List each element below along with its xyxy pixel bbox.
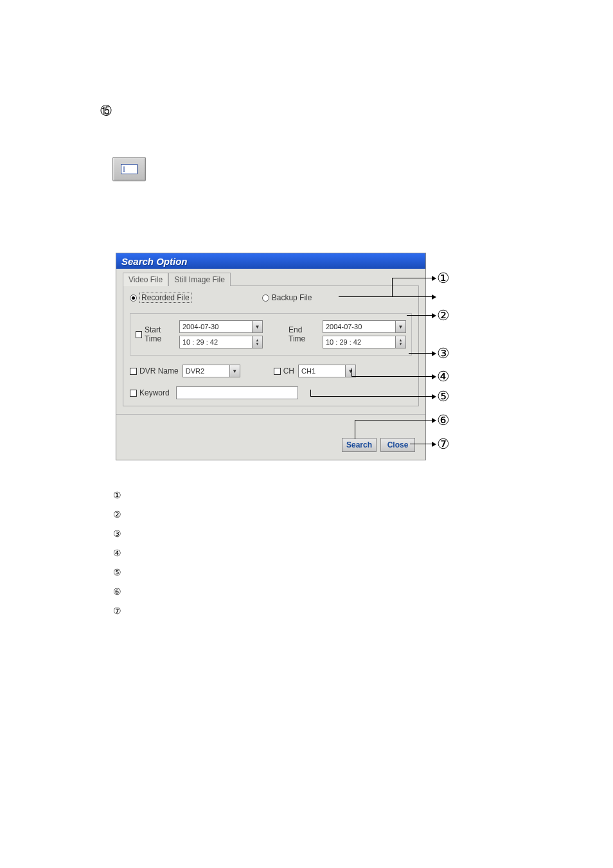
keyword-label: Keyword bbox=[139, 388, 170, 397]
spinner-arrows-icon: ▲▼ bbox=[252, 336, 262, 348]
start-time-checkbox[interactable]: Start Time bbox=[136, 325, 175, 343]
chevron-down-icon: ▼ bbox=[395, 321, 405, 332]
leader-line bbox=[392, 278, 432, 278]
ch-combo[interactable]: CH1 ▼ bbox=[298, 365, 356, 377]
legend-list: ① ② ③ ④ ⑤ ⑥ ⑦ bbox=[113, 485, 121, 620]
spinner-arrows-icon: ▲▼ bbox=[395, 336, 405, 348]
leader-line bbox=[355, 420, 432, 420]
radio-backup-label: Backup File bbox=[272, 293, 312, 302]
radio-icon bbox=[262, 294, 269, 302]
callout-7: ⑦ bbox=[437, 436, 450, 453]
leader-line bbox=[410, 444, 432, 444]
radio-icon bbox=[130, 294, 137, 302]
end-time-spinner[interactable]: 10 : 29 : 42 ▲▼ bbox=[323, 336, 406, 348]
checkbox-icon bbox=[130, 368, 137, 375]
leader-line bbox=[409, 353, 432, 354]
dialog-title: Search Option bbox=[116, 253, 425, 269]
legend-item: ③ bbox=[113, 524, 121, 543]
callout-1: ① bbox=[437, 270, 450, 287]
close-button[interactable]: Close bbox=[380, 438, 415, 452]
leader-line bbox=[310, 390, 311, 396]
page-marker: ⑮ bbox=[100, 103, 112, 118]
callout-3: ③ bbox=[437, 345, 450, 362]
legend-item: ⑦ bbox=[113, 601, 121, 620]
leader-line bbox=[351, 368, 352, 376]
radio-recorded-file[interactable]: Recorded File bbox=[130, 293, 191, 303]
dvr-name-combo[interactable]: DVR2 ▼ bbox=[182, 365, 240, 377]
callout-6: ⑥ bbox=[437, 412, 450, 429]
callout-5: ⑤ bbox=[437, 388, 450, 405]
checkbox-icon bbox=[274, 368, 281, 375]
leader-line bbox=[407, 315, 432, 316]
chevron-down-icon: ▼ bbox=[252, 321, 262, 332]
tab-still-image-file[interactable]: Still Image File bbox=[168, 273, 231, 286]
end-time-label: End Time bbox=[289, 325, 319, 343]
radio-backup-file[interactable]: Backup File bbox=[262, 293, 312, 303]
ch-label: CH bbox=[283, 366, 294, 375]
start-time-label: Start Time bbox=[145, 325, 175, 343]
search-button[interactable]: Search bbox=[342, 438, 377, 452]
checkbox-icon bbox=[136, 331, 142, 338]
legend-item: ④ bbox=[113, 543, 121, 563]
leader-line bbox=[392, 278, 393, 296]
legend-item: ② bbox=[113, 505, 121, 524]
chevron-down-icon: ▼ bbox=[345, 365, 355, 377]
leader-line bbox=[339, 296, 432, 297]
search-option-dialog: Search Option Video File Still Image Fil… bbox=[116, 253, 426, 460]
dvr-name-label: DVR Name bbox=[139, 366, 179, 375]
end-date-combo[interactable]: 2004-07-30 ▼ bbox=[323, 320, 406, 333]
leader-line bbox=[310, 396, 432, 397]
legend-item: ⑤ bbox=[113, 563, 121, 582]
keyword-input[interactable] bbox=[176, 386, 298, 399]
start-time-spinner[interactable]: 10 : 29 : 42 ▲▼ bbox=[179, 336, 263, 348]
text-cursor-icon: I bbox=[121, 164, 138, 174]
callout-4: ④ bbox=[437, 368, 450, 385]
ch-checkbox[interactable]: CH bbox=[274, 366, 294, 375]
radio-recorded-label: Recorded File bbox=[139, 293, 191, 303]
leader-line bbox=[355, 420, 355, 439]
tab-video-file[interactable]: Video File bbox=[123, 273, 168, 286]
legend-item: ⑥ bbox=[113, 582, 121, 601]
keyword-checkbox[interactable]: Keyword bbox=[130, 388, 170, 397]
legend-item: ① bbox=[113, 485, 121, 505]
dvr-name-checkbox[interactable]: DVR Name bbox=[130, 366, 179, 375]
chevron-down-icon: ▼ bbox=[229, 365, 240, 377]
start-date-combo[interactable]: 2004-07-30 ▼ bbox=[179, 320, 263, 333]
search-toolbar-button[interactable]: I bbox=[112, 157, 146, 181]
callout-2: ② bbox=[437, 307, 450, 324]
checkbox-icon bbox=[130, 390, 137, 397]
leader-line bbox=[351, 376, 432, 377]
